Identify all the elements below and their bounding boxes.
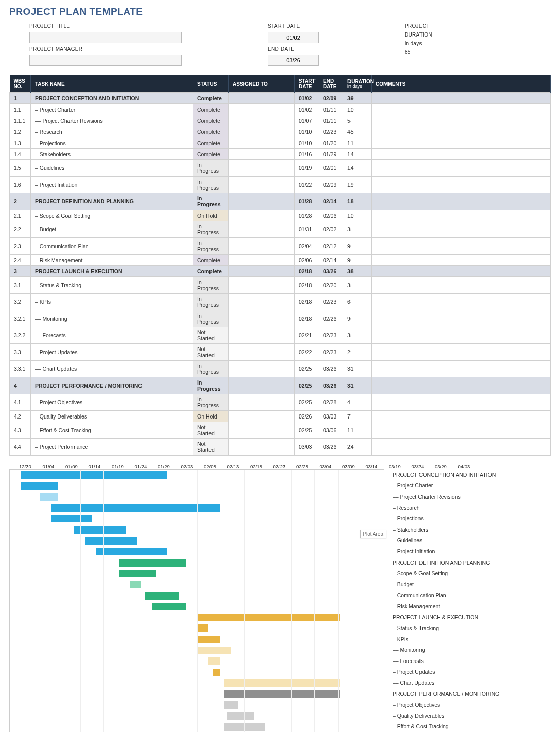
table-row[interactable]: 2.4– Risk ManagementComplete02/0602/149 (10, 255, 551, 266)
cell-status[interactable]: Complete (193, 93, 229, 104)
cell-comments[interactable] (372, 126, 551, 137)
cell-status[interactable]: Complete (193, 149, 229, 160)
table-row[interactable]: 3.2.1–– MonitoringIn Progress02/1802/269 (10, 310, 551, 327)
cell-status[interactable]: In Progress (193, 193, 229, 210)
cell-assigned[interactable] (229, 277, 295, 294)
cell-status[interactable]: Complete (193, 137, 229, 149)
cell-assigned[interactable] (229, 126, 295, 137)
cell-comments[interactable] (372, 238, 551, 255)
cell-status[interactable]: In Progress (193, 394, 229, 411)
table-row[interactable]: 1.1– Project CharterComplete01/0201/1110 (10, 104, 551, 115)
cell-assigned[interactable] (229, 394, 295, 411)
cell-status[interactable]: Not Started (193, 439, 229, 456)
cell-comments[interactable] (372, 394, 551, 411)
cell-assigned[interactable] (229, 210, 295, 221)
cell-assigned[interactable] (229, 193, 295, 210)
cell-status[interactable]: Not Started (193, 422, 229, 439)
start-date-input[interactable] (268, 32, 319, 43)
cell-assigned[interactable] (229, 137, 295, 149)
cell-status[interactable]: Not Started (193, 327, 229, 344)
cell-comments[interactable] (372, 93, 551, 104)
cell-assigned[interactable] (229, 93, 295, 104)
cell-comments[interactable] (372, 294, 551, 310)
cell-comments[interactable] (372, 327, 551, 344)
cell-status[interactable]: In Progress (193, 361, 229, 377)
cell-assigned[interactable] (229, 439, 295, 456)
table-row[interactable]: 4PROJECT PERFORMANCE / MONITORINGIn Prog… (10, 377, 551, 394)
table-row[interactable]: 4.2– Quality DeliverablesOn Hold02/2603/… (10, 411, 551, 422)
cell-comments[interactable] (372, 193, 551, 210)
cell-assigned[interactable] (229, 177, 295, 193)
cell-status[interactable]: In Progress (193, 294, 229, 310)
cell-assigned[interactable] (229, 361, 295, 377)
cell-comments[interactable] (372, 344, 551, 361)
table-row[interactable]: 2.1– Scope & Goal SettingOn Hold01/2802/… (10, 210, 551, 221)
cell-status[interactable]: In Progress (193, 277, 229, 294)
cell-assigned[interactable] (229, 149, 295, 160)
table-row[interactable]: 3.2– KPIsIn Progress02/1802/236 (10, 294, 551, 310)
cell-status[interactable]: In Progress (193, 377, 229, 394)
cell-status[interactable]: In Progress (193, 238, 229, 255)
cell-comments[interactable] (372, 310, 551, 327)
table-row[interactable]: 1PROJECT CONCEPTION AND INITIATIONComple… (10, 93, 551, 104)
table-row[interactable]: 2PROJECT DEFINITION AND PLANNINGIn Progr… (10, 193, 551, 210)
cell-comments[interactable] (372, 439, 551, 456)
table-row[interactable]: 3.1– Status & TrackingIn Progress02/1802… (10, 277, 551, 294)
cell-status[interactable]: In Progress (193, 310, 229, 327)
table-row[interactable]: 3.2.2–– ForecastsNot Started02/2102/233 (10, 327, 551, 344)
table-row[interactable]: 1.3– ProjectionsComplete01/1001/2011 (10, 137, 551, 149)
cell-comments[interactable] (372, 177, 551, 193)
cell-status[interactable]: Complete (193, 255, 229, 266)
cell-status[interactable]: In Progress (193, 221, 229, 238)
end-date-input[interactable] (268, 55, 319, 66)
table-row[interactable]: 4.4– Project PerformanceNot Started03/03… (10, 439, 551, 456)
cell-status[interactable]: Complete (193, 266, 229, 277)
cell-comments[interactable] (372, 377, 551, 394)
cell-status[interactable]: In Progress (193, 177, 229, 193)
cell-assigned[interactable] (229, 377, 295, 394)
cell-comments[interactable] (372, 115, 551, 126)
table-row[interactable]: 2.2– BudgetIn Progress01/3102/023 (10, 221, 551, 238)
table-row[interactable]: 3.3.1–– Chart UpdatesIn Progress02/2503/… (10, 361, 551, 377)
cell-assigned[interactable] (229, 411, 295, 422)
cell-comments[interactable] (372, 422, 551, 439)
cell-comments[interactable] (372, 277, 551, 294)
table-row[interactable]: 2.3– Communication PlanIn Progress02/040… (10, 238, 551, 255)
table-row[interactable]: 1.1.1–– Project Charter RevisionsComplet… (10, 115, 551, 126)
cell-assigned[interactable] (229, 294, 295, 310)
cell-assigned[interactable] (229, 266, 295, 277)
cell-status[interactable]: Complete (193, 126, 229, 137)
cell-comments[interactable] (372, 266, 551, 277)
cell-assigned[interactable] (229, 238, 295, 255)
cell-status[interactable]: In Progress (193, 160, 229, 177)
project-title-input[interactable] (29, 32, 182, 43)
cell-assigned[interactable] (229, 422, 295, 439)
cell-status[interactable]: On Hold (193, 210, 229, 221)
table-row[interactable]: 3PROJECT LAUNCH & EXECUTIONComplete02/18… (10, 266, 551, 277)
cell-assigned[interactable] (229, 327, 295, 344)
cell-assigned[interactable] (229, 344, 295, 361)
cell-comments[interactable] (372, 361, 551, 377)
cell-assigned[interactable] (229, 104, 295, 115)
cell-assigned[interactable] (229, 310, 295, 327)
table-row[interactable]: 4.1– Project ObjectivesIn Progress02/250… (10, 394, 551, 411)
cell-assigned[interactable] (229, 255, 295, 266)
project-manager-input[interactable] (29, 55, 182, 66)
cell-status[interactable]: Complete (193, 104, 229, 115)
cell-assigned[interactable] (229, 160, 295, 177)
cell-comments[interactable] (372, 255, 551, 266)
cell-status[interactable]: Complete (193, 115, 229, 126)
table-row[interactable]: 1.4– StakeholdersComplete01/1601/2914 (10, 149, 551, 160)
table-row[interactable]: 1.6– Project InitiationIn Progress01/220… (10, 177, 551, 193)
cell-comments[interactable] (372, 221, 551, 238)
table-row[interactable]: 1.5– GuidelinesIn Progress01/1902/0114 (10, 160, 551, 177)
cell-assigned[interactable] (229, 115, 295, 126)
cell-comments[interactable] (372, 149, 551, 160)
table-row[interactable]: 1.2– ResearchComplete01/1002/2345 (10, 126, 551, 137)
cell-status[interactable]: On Hold (193, 411, 229, 422)
cell-comments[interactable] (372, 104, 551, 115)
cell-comments[interactable] (372, 210, 551, 221)
table-row[interactable]: 4.3– Effort & Cost TrackingNot Started02… (10, 422, 551, 439)
cell-comments[interactable] (372, 137, 551, 149)
cell-assigned[interactable] (229, 221, 295, 238)
